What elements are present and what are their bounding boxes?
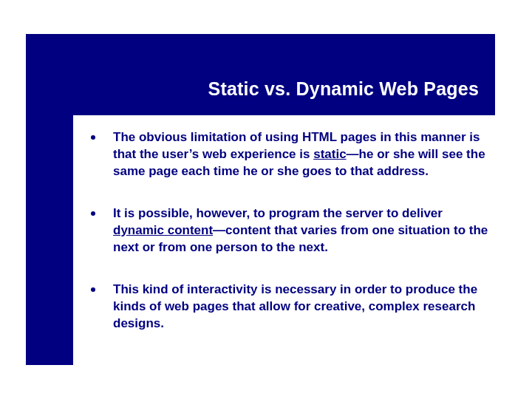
- text-segment: This kind of interactivity is necessary …: [113, 282, 477, 330]
- slide-title: Static vs. Dynamic Web Pages: [208, 78, 479, 100]
- content-area: The obvious limitation of using HTML pag…: [91, 129, 494, 357]
- title-bar: Static vs. Dynamic Web Pages: [26, 34, 495, 115]
- text-segment: It is possible, however, to program the …: [113, 206, 443, 220]
- bullet-icon: [91, 287, 95, 292]
- bullet-item: It is possible, however, to program the …: [91, 205, 494, 256]
- bullet-icon: [91, 211, 95, 216]
- bullet-text: It is possible, however, to program the …: [113, 205, 494, 256]
- bullet-text: This kind of interactivity is necessary …: [113, 282, 494, 332]
- slide: Static vs. Dynamic Web Pages The obvious…: [0, 0, 532, 399]
- underlined-term: static: [313, 147, 346, 161]
- underlined-term: dynamic content: [113, 223, 213, 237]
- bullet-icon: [91, 135, 95, 140]
- bullet-text: The obvious limitation of using HTML pag…: [113, 129, 494, 180]
- bullet-item: This kind of interactivity is necessary …: [91, 282, 494, 332]
- bullet-item: The obvious limitation of using HTML pag…: [91, 129, 494, 180]
- sidebar-accent: [26, 115, 73, 365]
